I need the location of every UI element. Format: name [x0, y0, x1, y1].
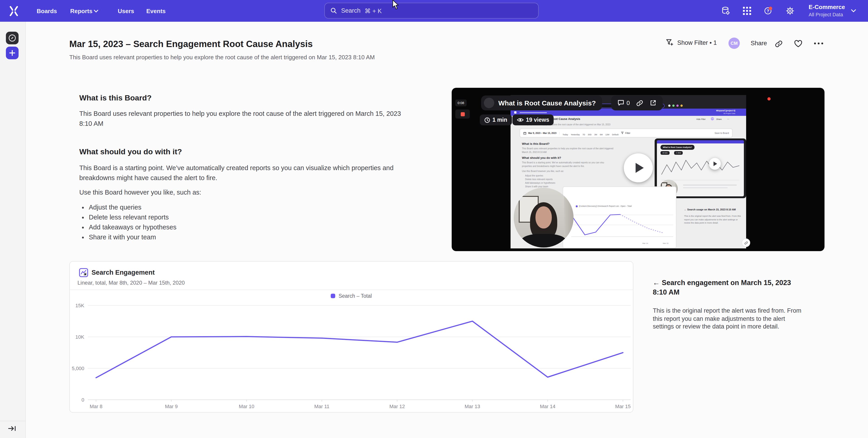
left-sidebar [0, 22, 26, 438]
list-item: Adjust the queries [89, 202, 406, 212]
search-input[interactable]: Search ⌘ + K [324, 3, 539, 19]
video-actions-pill: 0 [611, 96, 663, 110]
mini-h2: What should you do with it? [522, 156, 561, 159]
nav-item-users[interactable]: Users [118, 8, 134, 14]
nested-duration: 18 sec [660, 151, 670, 155]
filter-icon [666, 39, 674, 46]
sidebar-divider [0, 421, 26, 421]
video-duration-pill: 1 min [480, 114, 512, 125]
mini-aside-body: This is the original report the alert wa… [684, 214, 741, 225]
project-selector[interactable]: E-Commerce All Project Data [806, 0, 865, 22]
mini-hide-filter: Hide Filter [696, 118, 706, 121]
mini-date-picker-bar: Mar 9, 2023 – Mar 15, 2023 | TodayYester… [520, 129, 733, 138]
list-item: Add takeaways or hypotheses [89, 222, 406, 232]
compass-icon [8, 34, 16, 42]
expand-sidebar-icon[interactable] [8, 425, 16, 432]
chart-legend[interactable]: Search – Total [70, 293, 633, 299]
mini-share: Share [716, 118, 722, 121]
mini-p1b: March 15, 2023 8:10 AM [522, 150, 547, 154]
calendar-icon [523, 131, 526, 135]
mini-extension-icon [672, 104, 675, 107]
y-tick-label: 0 [82, 397, 84, 403]
mini-range-chip: Yesterday [571, 133, 580, 136]
intro-bullet-list: Adjust the queries Delete less relevant … [81, 202, 406, 242]
divider: | [559, 132, 560, 134]
nested-chart [661, 157, 739, 183]
video-avatar [484, 98, 494, 108]
nested-text-line [683, 187, 727, 188]
mini-p2a: This Board is a starting point. We’ve au… [522, 161, 638, 164]
y-tick-label: 10K [75, 334, 84, 340]
play-button[interactable] [624, 154, 653, 182]
video-title: What is Root Cause Analysis? [498, 99, 596, 107]
mini-chart-legend: [Content Discovery] Omnisearch Report Li… [579, 205, 631, 207]
database-gear-icon[interactable] [721, 6, 730, 15]
mini-filter-label: Filter [625, 132, 630, 134]
x-tick-label: Mar 15 [615, 404, 630, 409]
nav-item-events[interactable]: Events [146, 8, 165, 14]
notification-dot [769, 6, 772, 10]
copy-link-icon[interactable] [636, 99, 643, 107]
mini-avatar: CM [711, 117, 714, 121]
report-title[interactable]: Search Engagement [92, 269, 155, 276]
video-comments-button[interactable]: 0 [618, 100, 630, 106]
favorite-heart-icon[interactable] [794, 40, 802, 47]
collaborator-avatar[interactable]: CM [728, 38, 740, 49]
mixpanel-logo[interactable] [9, 6, 19, 16]
mini-range-chip: Default [612, 133, 619, 136]
mini-range-chip: 30D [588, 133, 592, 136]
record-icon [461, 112, 465, 116]
intro-paragraph-1: This Board uses relevant properties to h… [79, 109, 415, 129]
x-tick-label: Mar 8 [90, 404, 102, 409]
more-options-icon[interactable] [814, 42, 824, 45]
recording-time: 0:08 [458, 101, 464, 105]
nav-item-boards[interactable]: Boards [37, 8, 57, 14]
show-filter-button[interactable]: Show Filter • 1 [666, 39, 717, 46]
nav-item-reports[interactable]: Reports [70, 8, 92, 14]
mini-range-chips: TodayYesterday7D30D3M6M12MDefault [563, 129, 621, 137]
chevron-down-icon [94, 9, 98, 13]
video-player[interactable]: Mar 15, 2023 - Search Enga... × + Mixpan… [452, 88, 825, 251]
aside-body: This is the original report the alert wa… [653, 307, 803, 331]
x-tick-label: Mar 13 [465, 404, 480, 409]
intro-paragraph-2: This Board is a starting point. We’ve au… [79, 163, 415, 183]
external-link-icon[interactable] [650, 100, 656, 106]
presenter-webcam [514, 188, 574, 247]
mini-date-range: Mar 9, 2023 – Mar 15, 2023 [528, 132, 557, 134]
help-icon[interactable]: ? [764, 6, 773, 15]
add-board-button[interactable] [6, 46, 19, 59]
report-card-search-engagement: Search Engagement Linear, total, Mar 8th… [69, 261, 633, 413]
mini-range-chip: 12M [606, 133, 610, 136]
mini-range-chip: 6M [600, 133, 603, 136]
x-tick-label: Mar 14 [540, 404, 555, 409]
presenter-face [535, 206, 552, 229]
filter-icon [621, 132, 624, 134]
mini-x-label: Mar 15 [663, 242, 669, 244]
gear-icon[interactable] [785, 6, 795, 15]
clock-icon [484, 117, 490, 123]
boards-home-button[interactable] [6, 32, 19, 44]
mini-project-scope: All Project Data [723, 112, 735, 114]
mini-save-to-board: Save to Board [715, 132, 729, 134]
apps-grid-icon[interactable] [743, 6, 751, 15]
nested-nav-bar [657, 140, 744, 143]
mini-x-label: Mar 14 [642, 242, 648, 244]
y-tick-label: 5,000 [72, 366, 84, 371]
mini-logo [514, 111, 517, 113]
share-button[interactable]: Share [751, 40, 767, 46]
legend-swatch [331, 294, 336, 298]
x-tick-label: Mar 10 [239, 404, 254, 409]
mini-extension-icon [668, 104, 671, 107]
mini-aside-heading: ← Search usage on March 15, 2023 8:10 AM [684, 208, 744, 211]
report-chart-icon [79, 268, 88, 277]
video-comment-count: 0 [626, 100, 630, 106]
copy-link-icon[interactable] [775, 40, 783, 48]
eye-icon [517, 117, 524, 123]
list-item: Share it with your team [89, 232, 406, 242]
mini-h1: What is this Board? [522, 142, 550, 145]
page-subtitle: This Board uses relevant properties to h… [69, 54, 375, 61]
search-shortcut: ⌘ + K [365, 7, 382, 14]
divider [70, 290, 633, 290]
search-icon [330, 7, 337, 14]
video-views-pill: 19 views [513, 114, 554, 125]
